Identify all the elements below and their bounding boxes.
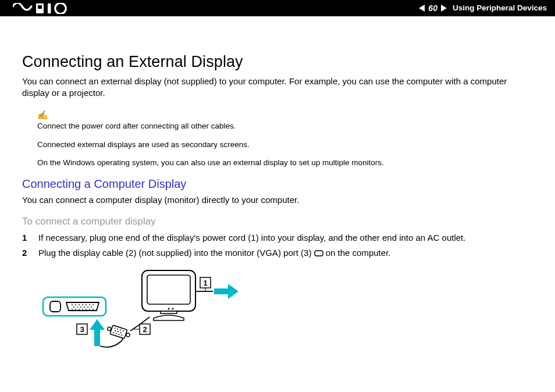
svg-point-48: [172, 308, 174, 310]
svg-point-18: [72, 309, 73, 310]
vaio-logo-svg: [13, 3, 71, 14]
svg-point-12: [73, 307, 74, 308]
svg-marker-53: [228, 284, 239, 299]
note-1: Connect the power cord after connecting …: [37, 121, 533, 131]
header-nav: 60 Using Peripheral Devices: [419, 3, 547, 14]
svg-rect-26: [94, 329, 100, 346]
svg-point-17: [91, 307, 92, 308]
section-name: Using Peripheral Devices: [453, 3, 547, 13]
step-number: 1: [22, 232, 30, 244]
svg-point-13: [77, 307, 78, 308]
connection-diagram: 3 2: [42, 268, 533, 364]
step-text: If necessary, plug one end of the displa…: [38, 232, 533, 244]
svg-point-21: [82, 309, 83, 310]
svg-point-9: [86, 304, 87, 305]
svg-point-1: [55, 3, 66, 13]
svg-point-16: [87, 307, 88, 308]
callout-3: 3: [80, 325, 84, 334]
page-number: 60: [427, 3, 439, 14]
step-text: Plug the display cable (2) (not supplied…: [38, 247, 533, 259]
steps-list: 1 If necessary, plug one end of the disp…: [22, 232, 533, 259]
svg-point-14: [80, 307, 81, 308]
task-title: To connect a computer display: [22, 215, 533, 229]
subsection-intro: You can connect a computer display (moni…: [22, 194, 533, 206]
svg-rect-46: [161, 311, 177, 313]
svg-rect-45: [147, 275, 190, 304]
next-page-arrow[interactable]: [441, 5, 447, 12]
intro-text: You can connect an external display (not…: [22, 76, 533, 99]
note-3: On the Windows operating system, you can…: [37, 158, 533, 168]
svg-point-8: [82, 304, 83, 305]
svg-point-10: [89, 304, 90, 305]
svg-point-22: [86, 309, 87, 310]
svg-rect-2: [315, 251, 323, 256]
subsection-title: Connecting a Computer Display: [22, 176, 533, 192]
step-number: 2: [22, 247, 30, 259]
step-row: 2 Plug the display cable (2) (not suppli…: [22, 247, 533, 259]
svg-point-20: [79, 309, 80, 310]
callout-1: 1: [203, 279, 207, 287]
svg-point-23: [89, 309, 90, 310]
svg-point-15: [84, 307, 85, 308]
svg-rect-52: [214, 288, 229, 294]
callout-2: 2: [143, 325, 147, 334]
svg-point-6: [75, 304, 76, 305]
svg-point-11: [92, 304, 94, 305]
svg-rect-28: [110, 325, 127, 338]
svg-rect-4: [50, 301, 61, 312]
svg-marker-27: [90, 319, 105, 330]
svg-rect-3: [43, 297, 106, 316]
svg-point-19: [75, 309, 76, 310]
svg-point-24: [92, 309, 94, 310]
svg-point-47: [168, 308, 170, 310]
note-block: ✍ Connect the power cord after connectin…: [22, 102, 533, 168]
vga-port-icon: [314, 250, 323, 256]
note-icon: ✍: [37, 109, 533, 121]
svg-point-7: [79, 304, 80, 305]
svg-point-5: [72, 304, 73, 305]
step-text-b: on the computer.: [323, 248, 391, 258]
header-bar: 60 Using Peripheral Devices: [0, 0, 555, 16]
svg-rect-0: [48, 3, 51, 13]
step-text-a: Plug the display cable (2) (not supplied…: [38, 248, 314, 258]
note-2: Connected external displays are used as …: [37, 140, 533, 150]
page-content: Connecting an External Display You can c…: [0, 51, 555, 364]
page-title: Connecting an External Display: [22, 51, 533, 72]
step-row: 1 If necessary, plug one end of the disp…: [22, 232, 533, 244]
vaio-logo: [13, 3, 71, 14]
prev-page-arrow[interactable]: [419, 5, 425, 12]
